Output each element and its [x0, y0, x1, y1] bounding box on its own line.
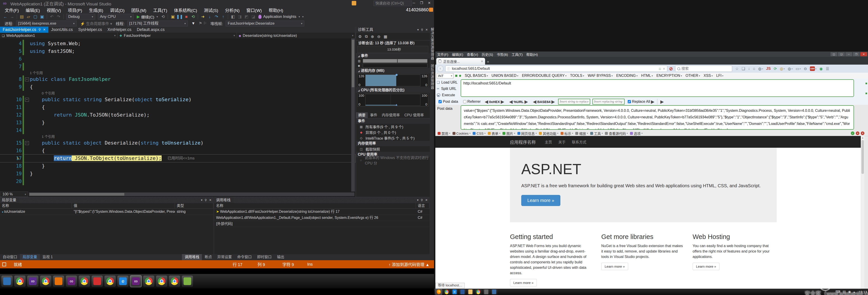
- webdev-Cookies[interactable]: Cookies▾: [453, 131, 471, 136]
- code-line-7[interactable]: 7: [0, 63, 355, 70]
- execute-button[interactable]: ▶Execute: [437, 93, 455, 97]
- hackbar-menu-WAF BYPASS[interactable]: WAF BYPASS▾: [588, 74, 613, 78]
- taskbar-app-blue[interactable]: e: [117, 275, 129, 287]
- debug-target-dropdown[interactable]: Debug▾: [66, 14, 95, 20]
- taskbar-chrome[interactable]: [475, 289, 482, 295]
- hidden-icons-arrow[interactable]: ▴: [853, 290, 855, 294]
- locals-title-bar[interactable]: 局部变量 ▾⚲✕: [0, 197, 213, 203]
- vs-title-bar[interactable]: ∞ WebApplication1 (正在调试) - Microsoft Vis…: [0, 0, 434, 7]
- breadcrumb-3[interactable]: ◆Deserialize(string toUnserialize)▾: [237, 33, 355, 38]
- replace-to-input[interactable]: [592, 99, 625, 105]
- site-info-icon[interactable]: ⓘ: [447, 66, 450, 71]
- chart-icon[interactable]: ▦: [383, 34, 387, 39]
- star-icon[interactable]: ☆: [735, 66, 739, 71]
- menu-项目(P)[interactable]: 项目(P): [64, 7, 86, 13]
- tab-close-icon[interactable]: ✕: [481, 60, 483, 63]
- webdev-图片[interactable]: 图片▾: [502, 131, 515, 136]
- url-bar[interactable]: ⓘ localhost:5651/Default ⌂ ✕: [445, 66, 667, 72]
- taskbar-chrome[interactable]: [443, 289, 450, 295]
- continue-button[interactable]: ▶继续(C)▾: [137, 14, 158, 20]
- hackbar-menu-LFI[interactable]: LFI▾: [716, 74, 723, 78]
- browser-tab[interactable]: 正在连接... ✕: [436, 58, 485, 65]
- new-tab-button[interactable]: +: [485, 59, 491, 65]
- taskbar-app-window[interactable]: [1, 275, 13, 287]
- prev-bookmark-icon[interactable]: ◨: [236, 14, 243, 19]
- settings-gear-icon[interactable]: ⚙: [358, 34, 362, 39]
- restart-icon[interactable]: ⟲: [160, 14, 166, 19]
- hackbar-menu-XSS[interactable]: XSS▾: [704, 74, 713, 78]
- application-insights-button[interactable]: Application Insights▾: [258, 14, 300, 19]
- code-line-12[interactable]: 12 return JSON.ToJSON(toSerialize);: [0, 111, 355, 119]
- ime-keyboard-icon[interactable]: ⌨: [835, 290, 840, 294]
- menu-生成(B)[interactable]: 生成(B): [86, 7, 106, 13]
- taskbar-folder[interactable]: [467, 289, 474, 295]
- bottom-tab-监视 1[interactable]: 监视 1: [40, 254, 55, 260]
- webdev-标示[interactable]: 标示▾: [561, 131, 573, 136]
- browser-menu-工具(T)[interactable]: 工具(T): [510, 52, 524, 57]
- css-error-icon[interactable]: ✕: [856, 131, 860, 135]
- maximize-icon[interactable]: ❐: [853, 52, 860, 56]
- bottom-tab-输出[interactable]: 输出: [274, 254, 287, 260]
- shield-icon[interactable]: ◉: [819, 66, 823, 71]
- urlbar-home-icon[interactable]: ⌂: [659, 67, 661, 71]
- browser-menu-书签(B)[interactable]: 书签(B): [495, 52, 510, 57]
- urlbar-clear-icon[interactable]: ✕: [663, 67, 665, 70]
- hackbar-url-textarea[interactable]: http://localhost:5651/Default: [461, 79, 854, 97]
- sidebar-icon[interactable]: ◫: [831, 52, 837, 56]
- hackbar-menu-SQL BASICS[interactable]: SQL BASICS▾: [465, 74, 488, 78]
- callstack-frame[interactable]: [外部代码]: [214, 221, 430, 227]
- volume-icon[interactable]: ◉: [848, 290, 851, 294]
- decode-arrow-icon[interactable]: ◀: [533, 99, 536, 104]
- menu-视图(V)[interactable]: 视图(V): [43, 7, 64, 13]
- proxy-refresh-icon[interactable]: ⟳: [774, 66, 777, 71]
- taskbar-chrome[interactable]: [40, 275, 51, 287]
- menu-帮助(H)[interactable]: 帮助(H): [265, 7, 286, 13]
- new-file-icon[interactable]: ▤: [18, 14, 25, 19]
- menu-体系结构(C)[interactable]: 体系结构(C): [170, 7, 200, 13]
- bookmarks-icon[interactable]: ❏: [742, 66, 745, 71]
- search-input[interactable]: [681, 66, 732, 71]
- post-data-checkbox[interactable]: [438, 100, 442, 103]
- hackbar-menu-TOOLS[interactable]: TOOLS▾: [570, 74, 584, 78]
- webdev-查看源代码[interactable]: 查看源代码▾: [605, 131, 628, 136]
- column-learn-more-button[interactable]: Learn more »: [692, 263, 719, 270]
- hackbar-type-select[interactable]: INT▾: [437, 73, 454, 78]
- decode-arrow-icon[interactable]: ◀: [485, 99, 488, 104]
- taskbar-app-green[interactable]: [182, 275, 193, 287]
- taskbar-chrome[interactable]: [169, 275, 180, 287]
- diag-tab-事件[interactable]: 事件: [368, 112, 379, 118]
- clear-bookmarks-icon[interactable]: ◪: [250, 14, 256, 19]
- stack-frame-dropdown[interactable]: FastJsonHelper.Deserialize▾: [225, 21, 304, 26]
- hero-learn-more-button[interactable]: Learn more »: [521, 195, 560, 206]
- code-line-15[interactable]: 15− public static object Deserialize(str…: [0, 139, 355, 147]
- js-error-icon[interactable]: ✕: [861, 131, 864, 135]
- hackbar-menu-HTML[interactable]: HTML▾: [641, 74, 653, 78]
- bottom-tab-局部变量[interactable]: 局部变量: [20, 254, 40, 260]
- menu-窗口(W)[interactable]: 窗口(W): [243, 7, 266, 13]
- code-editor[interactable]: 4using System.Web;5using fastJSON;671 个引…: [0, 38, 355, 192]
- locals-col-值[interactable]: 值: [72, 203, 175, 208]
- menu-icon[interactable]: ☰: [826, 66, 829, 71]
- encode-arrow-icon[interactable]: ▶: [501, 99, 504, 104]
- diag-tab-摘要[interactable]: 摘要: [356, 112, 368, 118]
- menu-测试(S)[interactable]: 测试(S): [200, 7, 221, 13]
- diagnostics-title-bar[interactable]: 诊断工具 ▾⚲✕: [356, 27, 430, 33]
- cpu-section-header[interactable]: ◢CPU (所有处理器的百分比): [356, 88, 430, 93]
- split-url-button[interactable]: ✂Split URL: [437, 87, 456, 91]
- fold-toggle-icon[interactable]: −: [25, 141, 29, 145]
- diag-tab-内存使用率[interactable]: 内存使用率: [379, 112, 402, 118]
- resize-handle[interactable]: [866, 83, 867, 84]
- downloads-icon[interactable]: ↓: [748, 66, 750, 71]
- diagnostics-timeline-ruler[interactable]: 13.036秒: [358, 46, 428, 53]
- browser-menu-帮助(H)[interactable]: 帮助(H): [524, 52, 539, 57]
- adblock-icon[interactable]: ABP▾: [810, 66, 816, 71]
- maximize-icon[interactable]: ❐: [418, 0, 426, 6]
- show-next-statement-icon[interactable]: ➜: [199, 14, 206, 19]
- undo-icon[interactable]: ↶: [49, 14, 55, 19]
- callstack-frame[interactable]: ➤WebApplication1.dll!FastJsonHelper.Dese…: [214, 209, 430, 215]
- bottom-tab-即时窗口[interactable]: 即时窗口: [254, 254, 274, 260]
- editor-horizontal-scrollbar[interactable]: [29, 192, 354, 196]
- step-over-icon[interactable]: ↷: [213, 14, 220, 19]
- memory-section-header[interactable]: ◢进程内存 (MB) ▼GC▼快照●专用字节: [356, 68, 430, 73]
- open-file-icon[interactable]: ▱: [25, 14, 32, 19]
